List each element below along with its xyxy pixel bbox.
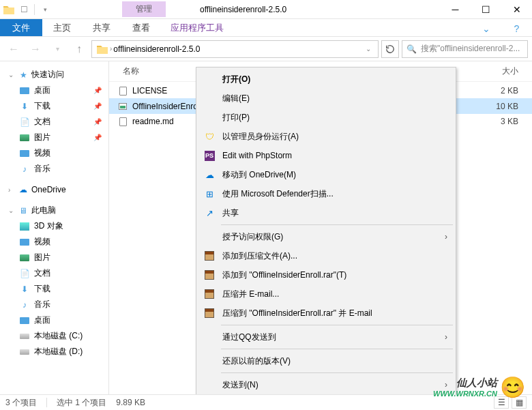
menu-separator bbox=[221, 224, 453, 225]
path-segment[interactable]: offlineinsiderenroll-2.5.0 bbox=[113, 44, 200, 54]
menu-item[interactable]: 压缩到 "OfflineInsiderEnroll.rar" 并 E-mail bbox=[198, 304, 454, 323]
menu-icon bbox=[203, 111, 216, 123]
sidebar-item-label: 本地磁盘 (C:) bbox=[34, 330, 83, 342]
sidebar-3d-objects[interactable]: 3D 对象 bbox=[0, 218, 108, 234]
chevron-right-icon[interactable]: › bbox=[110, 45, 112, 53]
minimize-button[interactable]: ─ bbox=[440, 0, 471, 19]
sidebar-videos-pc[interactable]: 视频 bbox=[0, 234, 108, 250]
properties-icon[interactable]: ☐ bbox=[18, 3, 30, 16]
chevron-down-icon[interactable]: ⌄ bbox=[8, 207, 15, 214]
menu-item[interactable]: ↗ 共享 bbox=[198, 203, 454, 222]
watermark-url: WWW.WRNXR.CN bbox=[433, 390, 497, 398]
menu-item[interactable]: 还原以前的版本(V) bbox=[198, 351, 454, 370]
sidebar-local-d[interactable]: 本地磁盘 (D:) bbox=[0, 344, 108, 360]
menu-item[interactable]: 打开(O) bbox=[198, 70, 454, 89]
sidebar-pictures[interactable]: 图片📌 bbox=[0, 130, 108, 145]
status-item-count: 3 个项目 bbox=[5, 397, 37, 409]
navigation-pane[interactable]: ⌄ ★ 快速访问 桌面📌 ⬇下载📌 📄文档📌 图片📌 视频 ♪音乐 › ☁ On… bbox=[0, 61, 109, 394]
sidebar-this-pc[interactable]: ⌄ 🖥 此电脑 bbox=[0, 203, 108, 218]
path-box[interactable]: › offlineinsiderenroll-2.5.0 ⌄ bbox=[91, 40, 379, 58]
sidebar-local-c[interactable]: 本地磁盘 (C:) bbox=[0, 328, 108, 344]
menu-item[interactable]: 发送到(N) › bbox=[198, 375, 454, 394]
sidebar-pictures-pc[interactable]: 图片 bbox=[0, 250, 108, 265]
menu-item[interactable]: PS Edit with PhpStorm bbox=[198, 146, 454, 165]
menu-separator bbox=[221, 325, 453, 325]
sidebar-item-label: OneDrive bbox=[31, 185, 66, 194]
file-size: 3 KB bbox=[471, 117, 518, 126]
menu-label: 添加到压缩文件(A)... bbox=[222, 250, 297, 262]
sidebar-quick-access[interactable]: ⌄ ★ 快速访问 bbox=[0, 67, 108, 83]
expand-ribbon-icon[interactable]: ⌄ bbox=[471, 19, 501, 38]
menu-item[interactable]: 通过QQ发送到 › bbox=[198, 327, 454, 347]
watermark-site: 仙人小站 bbox=[456, 377, 497, 390]
dropdown-icon[interactable]: ▾ bbox=[39, 3, 51, 16]
share-tab[interactable]: 共享 bbox=[82, 19, 121, 36]
forward-button[interactable]: → bbox=[26, 40, 45, 59]
chevron-down-icon[interactable]: ⌄ bbox=[8, 71, 15, 78]
menu-icon: ⊞ bbox=[203, 188, 216, 200]
view-tab[interactable]: 查看 bbox=[121, 19, 161, 36]
help-icon[interactable]: ? bbox=[501, 19, 532, 38]
watermark: 仙人小站 WWW.WRNXR.CN 😊 bbox=[433, 375, 525, 399]
up-button[interactable]: ↑ bbox=[70, 40, 89, 59]
document-icon: 📄 bbox=[19, 268, 30, 279]
sidebar-item-label: 图片 bbox=[34, 252, 50, 263]
menu-icon bbox=[203, 250, 216, 262]
back-button[interactable]: ← bbox=[4, 40, 23, 59]
sidebar-music[interactable]: ♪音乐 bbox=[0, 161, 108, 177]
menu-item[interactable]: 授予访问权限(G) › bbox=[198, 227, 454, 246]
window-title: offlineinsiderenroll-2.5.0 bbox=[200, 5, 440, 14]
menu-item[interactable]: 🛡 以管理员身份运行(A) bbox=[198, 127, 454, 146]
file-tab[interactable]: 文件 bbox=[0, 19, 42, 36]
manage-contextual-tab[interactable]: 管理 bbox=[122, 1, 166, 17]
download-icon: ⬇ bbox=[19, 284, 30, 295]
menu-separator bbox=[221, 349, 453, 349]
sidebar-music-pc[interactable]: ♪音乐 bbox=[0, 297, 108, 312]
sidebar-desktop-pc[interactable]: 桌面 bbox=[0, 312, 108, 328]
refresh-button[interactable] bbox=[381, 40, 399, 58]
picture-icon bbox=[19, 132, 30, 143]
pin-icon: 📌 bbox=[93, 134, 102, 141]
sidebar-item-label: 音乐 bbox=[34, 299, 50, 310]
sidebar-downloads-pc[interactable]: ⬇下载 bbox=[0, 281, 108, 297]
sidebar-item-label: 视频 bbox=[34, 236, 50, 248]
sidebar-desktop[interactable]: 桌面📌 bbox=[0, 83, 108, 98]
menu-icon bbox=[203, 269, 216, 281]
sidebar-downloads[interactable]: ⬇下载📌 bbox=[0, 98, 108, 114]
app-tools-tab[interactable]: 应用程序工具 bbox=[161, 19, 233, 36]
status-selected-size: 9.89 KB bbox=[116, 398, 145, 407]
title-bar: ☐ ▾ 管理 offlineinsiderenroll-2.5.0 ─ ☐ ✕ bbox=[0, 0, 532, 19]
column-size-header[interactable]: 大小 bbox=[471, 65, 518, 77]
menu-item[interactable]: ⊞ 使用 Microsoft Defender扫描... bbox=[198, 184, 454, 203]
menu-item[interactable]: ☁ 移动到 OneDrive(M) bbox=[198, 165, 454, 184]
file-size: 2 KB bbox=[471, 86, 518, 96]
maximize-button[interactable]: ☐ bbox=[471, 0, 501, 19]
sidebar-documents-pc[interactable]: 📄文档 bbox=[0, 265, 108, 281]
desktop-icon bbox=[19, 85, 30, 96]
search-box[interactable]: 🔍 搜索"offlineinsiderenroll-2... bbox=[402, 40, 528, 58]
path-dropdown-icon[interactable]: ⌄ bbox=[363, 45, 374, 53]
recent-dropdown[interactable]: ▾ bbox=[48, 40, 67, 59]
menu-item[interactable]: 打印(P) bbox=[198, 108, 454, 127]
menu-item[interactable]: 添加到压缩文件(A)... bbox=[198, 246, 454, 265]
video-icon bbox=[19, 148, 30, 159]
folder-icon bbox=[96, 43, 108, 55]
music-icon: ♪ bbox=[19, 299, 30, 310]
menu-label: 添加到 "OfflineInsiderEnroll.rar"(T) bbox=[222, 269, 346, 281]
menu-icon bbox=[203, 307, 216, 319]
desktop-icon bbox=[19, 315, 30, 326]
context-menu: 打开(O) 编辑(E) 打印(P) 🛡 以管理员身份运行(A) PS Edit … bbox=[196, 67, 456, 410]
menu-label: 打开(O) bbox=[222, 74, 250, 85]
pc-icon: 🖥 bbox=[18, 205, 29, 216]
menu-label: 以管理员身份运行(A) bbox=[222, 131, 299, 143]
home-tab[interactable]: 主页 bbox=[42, 19, 82, 36]
sidebar-documents[interactable]: 📄文档📌 bbox=[0, 114, 108, 130]
watermark-emoji-icon: 😊 bbox=[500, 375, 525, 399]
close-button[interactable]: ✕ bbox=[501, 0, 532, 19]
menu-item[interactable]: 编辑(E) bbox=[198, 89, 454, 108]
chevron-right-Span000[interactable]: › bbox=[8, 186, 15, 194]
menu-item[interactable]: 添加到 "OfflineInsiderEnroll.rar"(T) bbox=[198, 265, 454, 284]
menu-item[interactable]: 压缩并 E-mail... bbox=[198, 284, 454, 304]
sidebar-videos[interactable]: 视频 bbox=[0, 145, 108, 161]
sidebar-onedrive[interactable]: › ☁ OneDrive bbox=[0, 182, 108, 197]
